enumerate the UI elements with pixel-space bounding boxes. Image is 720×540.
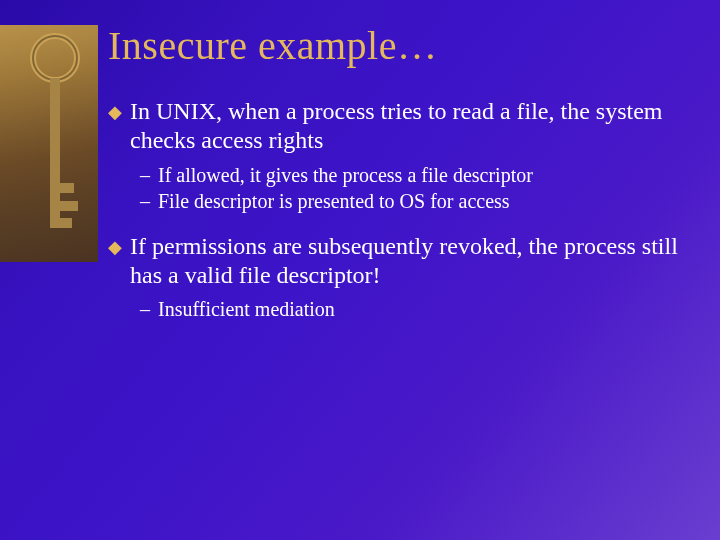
bullet-item: ◆ If permissions are subsequently revoke…	[108, 232, 690, 323]
sidebar-key-image	[0, 25, 98, 262]
sub-text: If allowed, it gives the process a file …	[158, 162, 533, 188]
bullet-item: ◆ In UNIX, when a process tries to read …	[108, 97, 690, 214]
sub-item: – File descriptor is presented to OS for…	[140, 188, 690, 214]
slide: Insecure example… ◆ In UNIX, when a proc…	[0, 0, 720, 540]
svg-rect-3	[50, 78, 60, 228]
sub-item: – If allowed, it gives the process a fil…	[140, 162, 690, 188]
dash-icon: –	[140, 162, 150, 188]
sub-item: – Insufficient mediation	[140, 296, 690, 322]
bullet-main: ◆ If permissions are subsequently revoke…	[108, 232, 690, 291]
dash-icon: –	[140, 296, 150, 322]
bullet-text: In UNIX, when a process tries to read a …	[130, 97, 690, 156]
diamond-icon: ◆	[108, 102, 122, 124]
svg-rect-9	[60, 218, 72, 228]
sub-list: – Insufficient mediation	[140, 296, 690, 322]
content-area: Insecure example… ◆ In UNIX, when a proc…	[108, 22, 690, 340]
sub-text: Insufficient mediation	[158, 296, 335, 322]
sub-text: File descriptor is presented to OS for a…	[158, 188, 510, 214]
slide-title: Insecure example…	[108, 22, 690, 69]
dash-icon: –	[140, 188, 150, 214]
diamond-icon: ◆	[108, 237, 122, 259]
svg-rect-8	[60, 201, 78, 211]
key-icon	[30, 33, 80, 253]
svg-rect-7	[60, 183, 74, 193]
bullet-text: If permissions are subsequently revoked,…	[130, 232, 690, 291]
sub-list: – If allowed, it gives the process a fil…	[140, 162, 690, 214]
bullet-main: ◆ In UNIX, when a process tries to read …	[108, 97, 690, 156]
svg-point-1	[33, 36, 77, 80]
